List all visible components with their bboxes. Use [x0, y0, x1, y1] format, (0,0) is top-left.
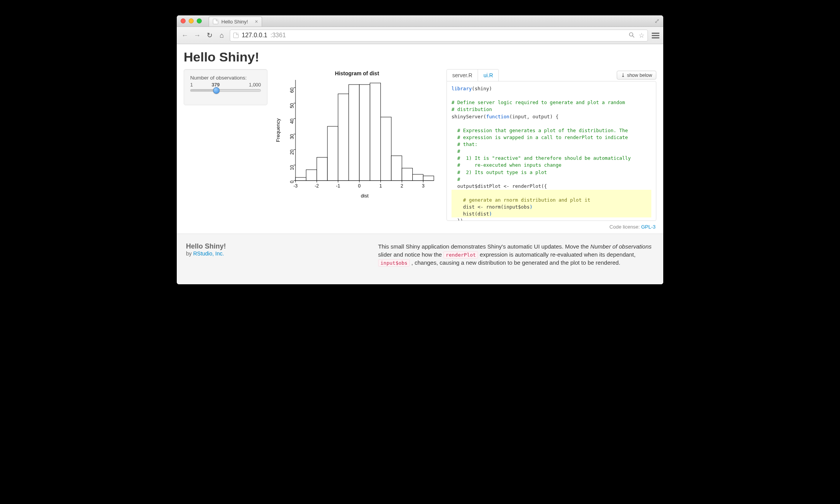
- svg-rect-7: [317, 158, 327, 181]
- show-below-button[interactable]: ⤓ show below: [617, 71, 656, 80]
- page-icon: [233, 33, 239, 38]
- page-content: Hello Shiny! Number of observations: 1 3…: [177, 44, 663, 234]
- svg-rect-13: [381, 117, 392, 181]
- svg-text:2: 2: [401, 183, 403, 189]
- svg-text:60: 60: [289, 88, 295, 93]
- bookmark-star-icon[interactable]: ☆: [639, 32, 644, 40]
- tab-server-r[interactable]: server.R: [447, 70, 478, 81]
- url-host: 127.0.0.1: [242, 32, 267, 39]
- svg-text:0: 0: [289, 181, 295, 183]
- tab-ui-r[interactable]: ui.R: [478, 70, 498, 81]
- close-tab-icon[interactable]: ×: [255, 18, 258, 25]
- browser-tab[interactable]: Hello Shiny! ×: [209, 17, 262, 27]
- slider-handle[interactable]: [213, 87, 220, 94]
- svg-rect-17: [423, 176, 434, 181]
- observations-slider[interactable]: 1 379 1,000: [190, 81, 261, 94]
- histogram-plot: Histogram of dist-3-2-101230102030405060…: [274, 69, 440, 200]
- url-bar[interactable]: 127.0.0.1:3361 ☆: [230, 30, 648, 41]
- svg-rect-14: [391, 156, 402, 181]
- svg-text:30: 30: [289, 134, 295, 139]
- svg-text:-3: -3: [294, 183, 298, 189]
- slider-well: Number of observations: 1 379 1,000: [184, 69, 267, 105]
- tab-title: Hello Shiny!: [221, 19, 248, 25]
- browser-toolbar: ← → ↻ ⌂ 127.0.0.1:3361 ☆: [177, 27, 663, 44]
- slider-label: Number of observations:: [190, 75, 261, 81]
- slider-max: 1,000: [249, 82, 261, 88]
- svg-text:-1: -1: [336, 183, 340, 189]
- forward-icon[interactable]: →: [193, 32, 201, 40]
- hamburger-menu-icon[interactable]: [652, 33, 659, 38]
- footer-title: Hello Shiny!: [186, 242, 232, 250]
- home-icon[interactable]: ⌂: [217, 32, 226, 40]
- svg-rect-15: [402, 168, 413, 181]
- page-icon: [213, 19, 218, 24]
- search-icon[interactable]: [629, 32, 635, 40]
- close-window-button[interactable]: [181, 18, 186, 23]
- svg-text:Histogram of dist: Histogram of dist: [335, 70, 379, 76]
- svg-text:1: 1: [379, 183, 382, 189]
- svg-rect-12: [370, 83, 381, 181]
- window-controls: [181, 18, 202, 23]
- svg-rect-6: [306, 170, 317, 181]
- minimize-window-button[interactable]: [189, 18, 194, 23]
- svg-rect-8: [327, 126, 338, 181]
- svg-text:Frequency: Frequency: [275, 118, 281, 142]
- svg-text:50: 50: [289, 103, 295, 108]
- code-tabs: server.R ui.R: [447, 69, 499, 81]
- svg-rect-5: [295, 177, 306, 181]
- svg-rect-16: [413, 174, 423, 181]
- svg-text:3: 3: [422, 183, 425, 189]
- svg-text:dist: dist: [361, 193, 369, 199]
- fullscreen-icon[interactable]: ⤢: [654, 17, 659, 25]
- footer-description: This small Shiny application demonstrate…: [247, 242, 654, 267]
- page-title: Hello Shiny!: [184, 50, 656, 65]
- zoom-window-button[interactable]: [197, 18, 202, 23]
- svg-rect-10: [349, 85, 359, 181]
- svg-rect-11: [359, 85, 370, 181]
- back-icon[interactable]: ←: [181, 32, 189, 40]
- titlebar: Hello Shiny! × ⤢: [177, 15, 663, 27]
- license-link[interactable]: GPL-3: [641, 224, 656, 230]
- code-panel: server.R ui.R ⤓ show below library(shiny…: [447, 69, 656, 234]
- reload-icon[interactable]: ↻: [205, 31, 214, 40]
- svg-rect-9: [338, 94, 349, 181]
- svg-text:0: 0: [358, 183, 361, 189]
- code-license: Code license: GPL-3: [447, 221, 656, 234]
- slider-value: 379: [212, 82, 220, 88]
- svg-text:-2: -2: [315, 183, 319, 189]
- slider-fill: [190, 89, 216, 92]
- arrow-down-icon: ⤓: [621, 72, 625, 78]
- svg-line-1: [632, 36, 634, 37]
- footer-author-link[interactable]: RStudio, Inc.: [193, 250, 224, 257]
- url-port: :3361: [271, 32, 286, 39]
- svg-text:20: 20: [289, 149, 295, 155]
- slider-min: 1: [190, 82, 193, 88]
- browser-window: Hello Shiny! × ⤢ ← → ↻ ⌂ 127.0.0.1:3361 …: [177, 15, 663, 284]
- svg-text:40: 40: [289, 118, 295, 124]
- svg-text:10: 10: [289, 165, 295, 170]
- code-body: library(shiny) # Define server logic req…: [447, 81, 656, 221]
- page-footer: Hello Shiny! by RStudio, Inc. This small…: [177, 234, 663, 284]
